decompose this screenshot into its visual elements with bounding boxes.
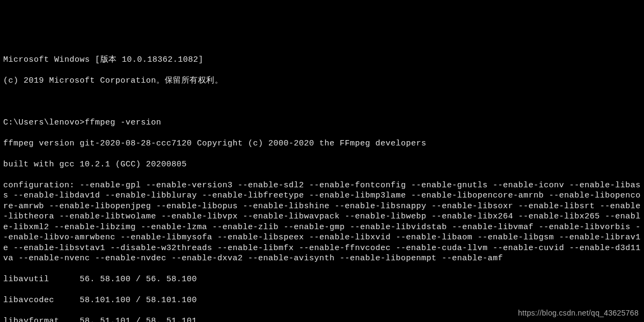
ffmpeg-configuration: configuration: --enable-gpl --enable-ver… bbox=[3, 180, 641, 264]
windows-copyright-line: (c) 2019 Microsoft Corporation。保留所有权利。 bbox=[3, 76, 641, 86]
lib-version-line: libavcodec 58.101.100 / 58.101.100 bbox=[3, 295, 641, 306]
ffmpeg-version-line: ffmpeg version git-2020-08-28-ccc7120 Co… bbox=[3, 138, 641, 149]
terminal-output[interactable]: Microsoft Windows [版本 10.0.18362.1082] (… bbox=[3, 44, 641, 322]
prompt: C:\Users\lenovo> bbox=[3, 118, 85, 127]
command-line-1: C:\Users\lenovo>ffmpeg -version bbox=[3, 118, 641, 128]
typed-command: ffmpeg -version bbox=[85, 118, 162, 127]
windows-version-line: Microsoft Windows [版本 10.0.18362.1082] bbox=[3, 55, 641, 65]
lib-version-line: libavutil 56. 58.100 / 56. 58.100 bbox=[3, 274, 641, 285]
ffmpeg-built-line: built with gcc 10.2.1 (GCC) 20200805 bbox=[3, 159, 641, 170]
blank-line bbox=[3, 97, 641, 107]
watermark-text: https://blog.csdn.net/qq_43625768 bbox=[518, 308, 639, 318]
